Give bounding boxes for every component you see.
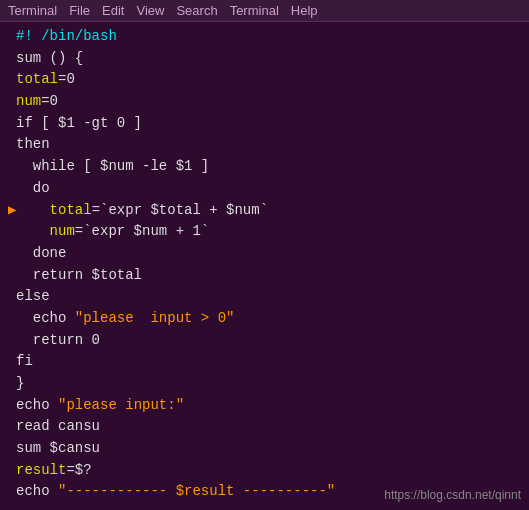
code-text: total xyxy=(16,200,92,222)
code-text: total xyxy=(16,69,58,91)
code-line-13: else xyxy=(8,286,521,308)
code-line-12: return $total xyxy=(8,265,521,287)
code-text: #! /bin/bash xyxy=(16,26,117,48)
terminal-window: Terminal File Edit View Search Terminal … xyxy=(0,0,529,510)
code-line-10: num=`expr $num + 1` xyxy=(8,221,521,243)
code-text: ~ xyxy=(16,503,24,510)
menu-terminal2[interactable]: Terminal xyxy=(230,3,279,18)
code-text: fi xyxy=(16,351,33,373)
menu-view[interactable]: View xyxy=(136,3,164,18)
code-text: "please input > 0" xyxy=(75,308,235,330)
code-line-8: do xyxy=(8,178,521,200)
code-editor: #! /bin/bash sum () { total=0 num=0 if [… xyxy=(0,22,529,510)
code-text: done xyxy=(16,243,66,265)
watermark: https://blog.csdn.net/qinnt xyxy=(384,488,521,502)
code-line-21: result=$? xyxy=(8,460,521,482)
code-line-6: then xyxy=(8,134,521,156)
code-text: then xyxy=(16,134,50,156)
code-text: result xyxy=(16,460,66,482)
code-text: return $total xyxy=(16,265,142,287)
menu-help[interactable]: Help xyxy=(291,3,318,18)
code-text: "please input:" xyxy=(58,395,184,417)
code-text: while [ $num -le $1 ] xyxy=(16,156,209,178)
code-text: if [ $1 -gt 0 ] xyxy=(16,113,142,135)
code-line-16: fi xyxy=(8,351,521,373)
code-text: do xyxy=(16,178,50,200)
line-marker-9: ▶ xyxy=(8,200,16,222)
code-text: echo xyxy=(16,395,58,417)
code-line-5: if [ $1 -gt 0 ] xyxy=(8,113,521,135)
code-text: else xyxy=(16,286,50,308)
code-line-15: return 0 xyxy=(8,330,521,352)
menu-edit[interactable]: Edit xyxy=(102,3,124,18)
code-line-19: read cansu xyxy=(8,416,521,438)
code-text: } xyxy=(16,373,24,395)
menu-bar: Terminal File Edit View Search Terminal … xyxy=(0,0,529,22)
code-line-11: done xyxy=(8,243,521,265)
code-line-7: while [ $num -le $1 ] xyxy=(8,156,521,178)
menu-search[interactable]: Search xyxy=(176,3,217,18)
code-text: read cansu xyxy=(16,416,100,438)
code-line-20: sum $cansu xyxy=(8,438,521,460)
code-line-23: ~ xyxy=(8,503,521,510)
code-line-17: } xyxy=(8,373,521,395)
code-text: num xyxy=(16,91,41,113)
code-text: sum () { xyxy=(16,48,83,70)
code-text: =`expr $num + 1` xyxy=(75,221,209,243)
code-text: sum $cansu xyxy=(16,438,100,460)
code-line-1: #! /bin/bash xyxy=(8,26,521,48)
code-text: =`expr $total + $num` xyxy=(92,200,268,222)
menu-terminal[interactable]: Terminal xyxy=(8,3,57,18)
code-line-18: echo "please input:" xyxy=(8,395,521,417)
code-text: "------------ $result ----------" xyxy=(58,481,335,503)
code-line-4: num=0 xyxy=(8,91,521,113)
menu-file[interactable]: File xyxy=(69,3,90,18)
code-text: echo xyxy=(16,308,75,330)
code-text: =0 xyxy=(58,69,75,91)
code-text: =0 xyxy=(41,91,58,113)
code-line-9: ▶ total=`expr $total + $num` xyxy=(8,200,521,222)
code-line-3: total=0 xyxy=(8,69,521,91)
code-text: =$? xyxy=(66,460,91,482)
code-text: return 0 xyxy=(16,330,100,352)
code-text: echo xyxy=(16,481,58,503)
code-text: num xyxy=(16,221,75,243)
code-line-14: echo "please input > 0" xyxy=(8,308,521,330)
code-line-2: sum () { xyxy=(8,48,521,70)
